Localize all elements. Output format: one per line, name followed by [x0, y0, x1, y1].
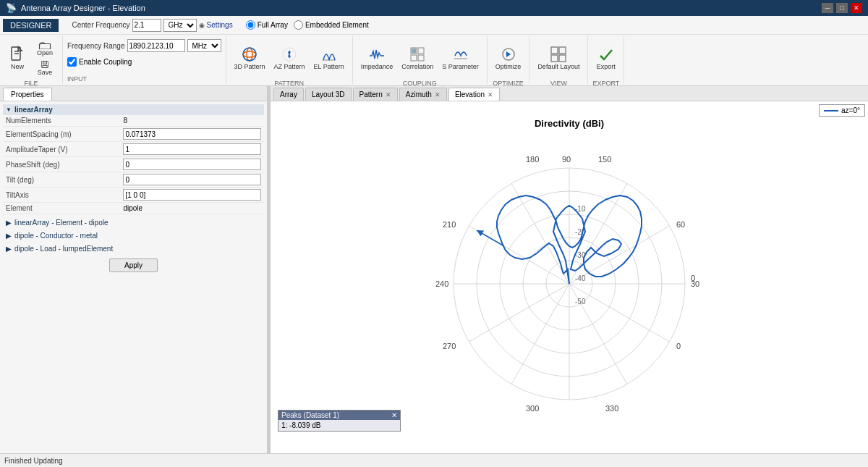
- svg-line-34: [469, 284, 569, 342]
- close-azimuth-tab[interactable]: ✕: [435, 91, 441, 98]
- tab-layout3d[interactable]: Layout 3D: [305, 88, 352, 101]
- subsection-triangle: ▶: [6, 232, 12, 240]
- svg-text:240: 240: [435, 279, 448, 288]
- correlation-button[interactable]: Correlation: [398, 38, 437, 78]
- export-button[interactable]: Export: [593, 38, 619, 78]
- svg-text:210: 210: [443, 220, 456, 229]
- subsection-conductor-metal[interactable]: ▶ dipole - Conductor - metal: [3, 230, 264, 241]
- prop-value-cell: [120, 127, 264, 142]
- tab-azimuth[interactable]: Azimuth ✕: [399, 88, 447, 101]
- close-elevation-tab[interactable]: ✕: [488, 91, 493, 98]
- az-pattern-button[interactable]: AZ Pattern: [271, 38, 309, 78]
- prop-name: TiltAxis: [3, 188, 120, 203]
- el-pattern-button[interactable]: EL Pattern: [310, 38, 348, 78]
- plot-area: az=0° Directivity (dBi): [271, 101, 868, 453]
- impedance-button[interactable]: Impedance: [357, 38, 397, 78]
- subsection-triangle: ▶: [6, 245, 12, 253]
- tab-pattern[interactable]: Pattern ✕: [353, 88, 398, 101]
- properties-content: ▼ linearArray NumElements 8 ElementSpaci…: [0, 101, 267, 453]
- prop-value: dipole: [120, 203, 264, 214]
- right-panel: Array Layout 3D Pattern ✕ Azimuth ✕ Elev…: [271, 86, 868, 453]
- prop-name: Element: [3, 203, 120, 214]
- polar-plot-container: Directivity (dBi): [388, 118, 750, 437]
- properties-tab[interactable]: Properties: [3, 88, 52, 101]
- svg-point-10: [243, 48, 256, 61]
- svg-rect-20: [551, 47, 558, 54]
- table-row: ElementSpacing (m): [3, 127, 264, 142]
- minimize-button[interactable]: ─: [822, 3, 833, 13]
- svg-text:300: 300: [526, 404, 539, 413]
- freq-range-input[interactable]: [127, 39, 185, 52]
- tab-array[interactable]: Array: [273, 88, 304, 101]
- svg-point-8: [243, 51, 256, 57]
- table-row: Tilt (deg): [3, 172, 264, 188]
- table-row: TiltAxis: [3, 188, 264, 203]
- svg-line-38: [511, 284, 569, 384]
- svg-rect-15: [411, 55, 417, 61]
- open-button[interactable]: Open: [32, 39, 58, 58]
- optimize-section: Optimize OPTIMIZE: [488, 36, 530, 84]
- export-section: Export EXPORT: [588, 36, 624, 84]
- linear-array-header[interactable]: ▼ linearArray: [3, 104, 264, 115]
- svg-text:150: 150: [598, 155, 611, 164]
- save-button[interactable]: Save: [32, 59, 58, 77]
- statusbar: Finished Updating: [0, 453, 868, 467]
- apply-button[interactable]: Apply: [109, 258, 158, 272]
- designer-tab[interactable]: DESIGNER: [3, 19, 59, 32]
- tab-elevation[interactable]: Elevation ✕: [448, 88, 500, 101]
- tilt-axis-input[interactable]: [123, 189, 261, 201]
- table-row: NumElements 8: [3, 115, 264, 127]
- close-pattern-tab[interactable]: ✕: [386, 91, 391, 98]
- svg-rect-4: [40, 43, 51, 49]
- freq-range-unit-select[interactable]: MHz: [187, 39, 221, 52]
- svg-text:0: 0: [691, 274, 695, 282]
- window-title: Antenna Array Designer - Elevation: [21, 4, 822, 12]
- svg-rect-7: [43, 65, 47, 67]
- sparam-button[interactable]: S Parameter: [438, 38, 482, 78]
- peaks-close[interactable]: ✕: [391, 411, 397, 419]
- svg-text:330: 330: [605, 404, 618, 413]
- ribbon: DESIGNER Center Frequency GHz ◉ Settings…: [0, 16, 868, 86]
- restore-button[interactable]: □: [836, 3, 848, 13]
- polar-plot-svg: -10 -20 -30 -40 -50 90 60 30 0 330 300 2…: [388, 132, 750, 429]
- svg-rect-23: [559, 55, 566, 62]
- amplitude-taper-input[interactable]: [123, 143, 261, 155]
- svg-rect-17: [412, 49, 416, 53]
- element-spacing-input[interactable]: [123, 128, 261, 140]
- svg-rect-22: [551, 55, 558, 62]
- close-button[interactable]: ✕: [851, 3, 862, 13]
- svg-rect-14: [418, 48, 424, 54]
- optimize-button[interactable]: Optimize: [492, 38, 525, 78]
- peaks-box: Peaks (Dataset 1) ✕ 1: -8.039 dB: [278, 410, 401, 432]
- subsection-triangle: ▶: [6, 219, 12, 227]
- subsection-element-dipole[interactable]: ▶ linearArray - Element - dipole: [3, 217, 264, 228]
- embedded-element-radio[interactable]: Embedded Element: [294, 20, 369, 30]
- svg-text:60: 60: [676, 220, 685, 229]
- svg-rect-16: [418, 55, 424, 61]
- center-freq-input[interactable]: [132, 19, 161, 32]
- legend-line: [824, 110, 838, 112]
- full-array-radio[interactable]: Full Array: [246, 20, 288, 30]
- phase-shift-input[interactable]: [123, 159, 261, 170]
- enable-coupling-checkbox[interactable]: Enable Coupling: [67, 57, 132, 67]
- collapse-triangle: ▼: [6, 106, 12, 113]
- settings-label[interactable]: Settings: [207, 21, 233, 29]
- legend-label: az=0°: [841, 106, 860, 114]
- center-freq-unit-select[interactable]: GHz: [163, 19, 197, 32]
- prop-value-cell: [120, 142, 264, 157]
- subsection-load-lumped[interactable]: ▶ dipole - Load - lumpedElement: [3, 243, 264, 254]
- 3d-pattern-button[interactable]: 3D Pattern: [231, 38, 269, 78]
- status-text: Finished Updating: [4, 457, 63, 465]
- prop-value-cell: [120, 172, 264, 188]
- freq-range-label: Frequency Range: [67, 42, 125, 50]
- center-freq-label: Center Frequency: [72, 21, 129, 29]
- table-row: PhaseShift (deg): [3, 157, 264, 172]
- pattern-section: 3D Pattern AZ Pattern EL Pattern: [226, 36, 353, 84]
- input-section: Frequency Range MHz Enable Coupling INPU…: [63, 36, 226, 84]
- tilt-input[interactable]: [123, 174, 261, 185]
- svg-text:270: 270: [443, 342, 456, 350]
- prop-value-cell: [120, 157, 264, 172]
- left-panel: Properties ▼ linearArray NumElements 8 E…: [0, 86, 268, 453]
- default-layout-button[interactable]: Default Layout: [534, 38, 583, 78]
- new-button[interactable]: New: [4, 38, 30, 78]
